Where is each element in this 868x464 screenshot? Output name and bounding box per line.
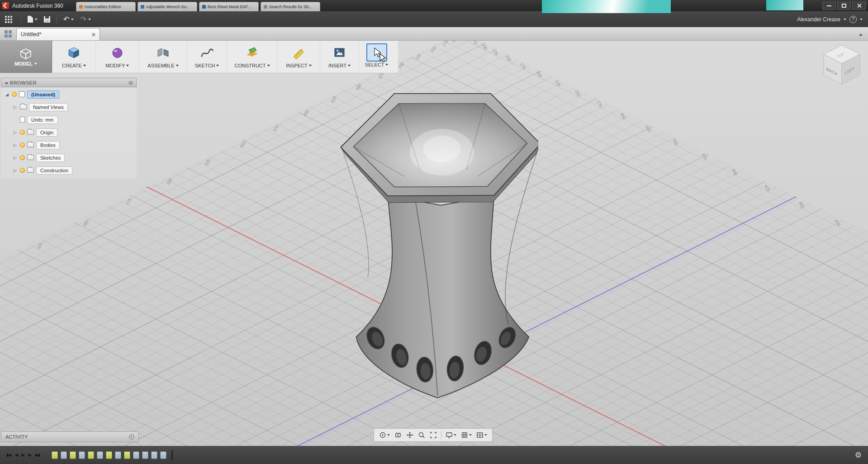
ribbon-group-insert[interactable]: INSERT: [320, 41, 359, 73]
data-panel-toggle-icon[interactable]: [5, 30, 12, 38]
browser-tab[interactable]: Instructables Edition: [76, 2, 136, 11]
timeline-feature-sketch2[interactable]: [70, 451, 76, 459]
toolbar-divider: [21, 14, 21, 24]
browser-item-construction[interactable]: ▷Construction: [13, 165, 137, 175]
ribbon-group-assemble[interactable]: ASSEMBLE: [139, 41, 187, 73]
timeline-play-button[interactable]: ▶: [22, 453, 24, 457]
chevron-down-icon: [387, 434, 390, 436]
minimize-button[interactable]: [822, 2, 836, 10]
timeline-feature-sketch5[interactable]: [124, 451, 130, 459]
ribbon-group-construct[interactable]: CONSTRUCT: [227, 41, 277, 73]
file-menu-button[interactable]: [24, 14, 41, 24]
expand-arrow-icon[interactable]: ▷: [13, 130, 18, 135]
ribbon-group-create[interactable]: CREATE: [52, 41, 95, 73]
browser-tab[interactable]: Search Results for 3D...: [261, 2, 320, 11]
view-cube[interactable]: TOP BACK LEFT: [819, 43, 864, 88]
timeline-settings-gear-icon[interactable]: ⚙: [855, 451, 868, 459]
restore-button[interactable]: [837, 2, 851, 10]
visibility-bulb-icon[interactable]: [20, 168, 25, 173]
activity-panel[interactable]: ACTIVITY: [1, 431, 139, 442]
browser-item-root[interactable]: ◢ (Unsaved): [5, 89, 137, 99]
folder-icon: [27, 168, 34, 173]
ribbon-group-sketch[interactable]: SKETCH: [187, 41, 227, 73]
timeline-step-forward-button[interactable]: ▶: [28, 453, 31, 457]
close-button[interactable]: [852, 2, 866, 10]
browser-item-origin[interactable]: ▷Origin: [13, 127, 137, 137]
expand-arrow-icon[interactable]: ▷: [13, 143, 18, 147]
chevron-down-icon: [309, 65, 312, 66]
model-canvas[interactable]: 8258007757507257006756506256005755505255…: [0, 41, 868, 464]
zoom-button[interactable]: [416, 431, 427, 440]
timeline-feature-sketch3[interactable]: [88, 451, 94, 459]
group-label: ASSEMBLE: [147, 63, 174, 68]
timeline-feature-loft1[interactable]: [79, 451, 85, 459]
ribbon-group-select[interactable]: SELECT: [359, 41, 394, 73]
display-settings-button[interactable]: [444, 431, 458, 440]
browser-item-named-views[interactable]: ▷Named Views: [13, 102, 137, 112]
document-tab[interactable]: Untitled*: [16, 28, 100, 40]
timeline-feature-sketch1[interactable]: [52, 451, 58, 459]
grid-snaps-button[interactable]: [459, 431, 474, 440]
visibility-bulb-icon[interactable]: [20, 130, 25, 135]
inspect-icon: [292, 46, 306, 60]
visibility-bulb-icon[interactable]: [12, 92, 17, 97]
app-launcher-icon[interactable]: [5, 16, 12, 23]
timeline-feature-revolve1[interactable]: [61, 451, 67, 459]
undo-button[interactable]: ↶: [60, 14, 77, 25]
help-icon[interactable]: ?: [849, 16, 857, 23]
create-icon: [67, 46, 81, 60]
expand-arrow-icon[interactable]: ▷: [13, 105, 18, 109]
timeline-feature-extrude2[interactable]: [133, 451, 139, 459]
timeline-feature-shell1[interactable]: [115, 451, 121, 459]
close-tab-icon[interactable]: [91, 33, 95, 37]
timeline-feature-fillet1[interactable]: [151, 451, 157, 459]
visibility-bulb-icon[interactable]: [20, 142, 25, 147]
component-icon: [19, 91, 25, 97]
ribbon-group-inspect[interactable]: INSPECT: [277, 41, 320, 73]
look-at-button[interactable]: [393, 431, 403, 440]
browser-panel-header[interactable]: ◂◂ BROWSER ⊖: [1, 78, 137, 87]
browser-panel: ◂◂ BROWSER ⊖ ◢ (Unsaved) ▷Named ViewsUni…: [1, 78, 137, 178]
model-body[interactable]: [332, 87, 538, 403]
document-icon: [20, 117, 25, 123]
collapse-toolbar-icon[interactable]: [859, 33, 863, 36]
browser-item-bodies[interactable]: ▷Bodies: [13, 140, 137, 150]
timeline-feature-sketch4[interactable]: [106, 451, 112, 459]
browser-item-sketches[interactable]: ▷Sketches: [13, 152, 137, 163]
timeline-feature-extrude1[interactable]: [97, 451, 103, 459]
ribbon-group-modify[interactable]: MODIFY: [95, 41, 139, 73]
browser-item-label: (Unsaved): [27, 90, 59, 99]
timeline-go-to-end-button[interactable]: ▶▮: [35, 453, 40, 457]
browser-tab[interactable]: Adjustable Wrench Do...: [138, 2, 197, 11]
browser-tab[interactable]: Bent Sheet Metal DXF...: [199, 2, 259, 11]
timeline-feature-pattern1[interactable]: [142, 451, 148, 459]
timeline-feature-form1[interactable]: [160, 451, 166, 459]
timeline-go-to-start-button[interactable]: ▮◀: [6, 453, 11, 457]
pan-button[interactable]: [404, 431, 415, 440]
expand-arrow-icon[interactable]: ◢: [5, 92, 9, 97]
fusion-360-window: { "window": { "title": "Autodesk Fusion …: [0, 0, 868, 464]
pan-icon: [406, 431, 413, 439]
visibility-bulb-icon[interactable]: [20, 155, 25, 160]
workspace-switcher[interactable]: MODEL: [0, 41, 52, 73]
orbit-button[interactable]: [377, 431, 392, 440]
application-toolbar: ↶ ↷ Alexander Crease ?: [0, 11, 868, 27]
tab-label: Search Results for 3D...: [269, 5, 313, 9]
model-body-surface[interactable]: [356, 196, 529, 398]
viewports-button[interactable]: [474, 431, 489, 440]
viewports-icon: [476, 431, 484, 439]
fit-button[interactable]: [428, 431, 439, 440]
timeline-step-back-button[interactable]: ◀: [15, 453, 18, 457]
display-filter-icon[interactable]: ⊖: [128, 80, 133, 86]
expand-arrow-icon[interactable]: ▷: [13, 168, 18, 173]
group-label: INSERT: [328, 63, 346, 68]
expand-arrow-icon[interactable]: ▷: [13, 156, 18, 160]
save-button[interactable]: [41, 14, 53, 24]
timeline-position-marker[interactable]: [171, 450, 173, 460]
user-menu[interactable]: Alexander Crease: [797, 16, 840, 23]
redo-button[interactable]: ↷: [77, 14, 94, 25]
collapse-panel-icon[interactable]: ◂◂: [5, 80, 7, 85]
restore-icon: [842, 4, 846, 8]
browser-item-units-mm[interactable]: Units: mm: [13, 114, 137, 125]
navigation-toolbar: [374, 428, 493, 442]
